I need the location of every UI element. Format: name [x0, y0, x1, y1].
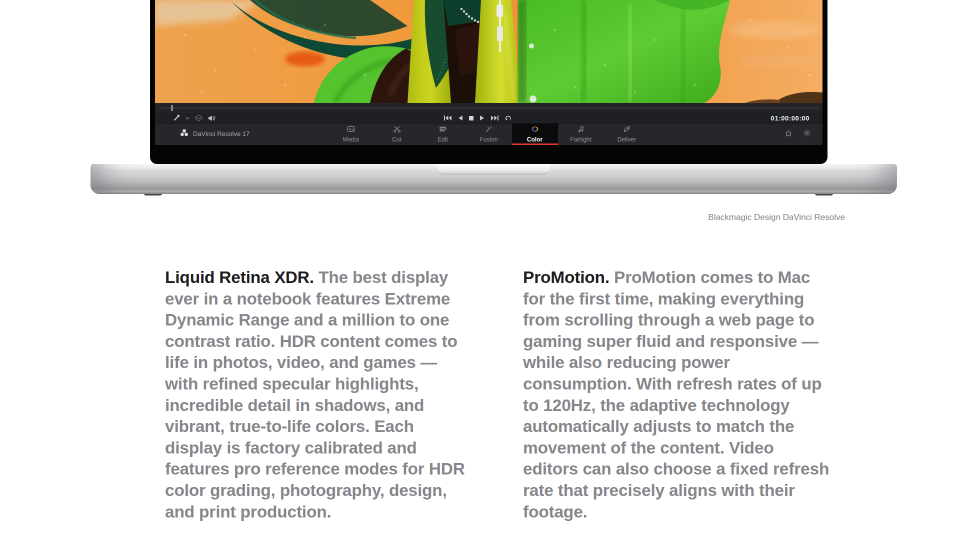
lid-notch: [436, 164, 551, 174]
feature-body: The best display ever in a notebook feat…: [165, 268, 465, 521]
tab-label: Fusion: [480, 136, 498, 143]
feature-column-liquid-retina-xdr: Liquid Retina XDR. The best display ever…: [165, 267, 473, 522]
page-tab-bar: DaVinci Resolve 17 Media Cut: [155, 123, 822, 145]
tab-edit[interactable]: Edit: [420, 124, 466, 145]
feature-heading: ProMotion.: [523, 268, 610, 286]
macbook-pro: 01:00:00:00 DaVinci Resolve 17 Media: [0, 0, 967, 200]
tab-cut[interactable]: Cut: [374, 124, 420, 145]
feature-paragraph: ProMotion. ProMotion comes to Mac for th…: [523, 267, 831, 522]
feature-column-promotion: ProMotion. ProMotion comes to Mac for th…: [523, 267, 831, 522]
video-frame-art: [155, 0, 822, 103]
macbook-screen: 01:00:00:00 DaVinci Resolve 17 Media: [150, 0, 828, 164]
tab-label: Fairlight: [570, 136, 592, 143]
feature-paragraph: Liquid Retina XDR. The best display ever…: [165, 267, 473, 522]
tab-deliver[interactable]: Deliver: [604, 124, 650, 145]
eyedropper-icon[interactable]: [173, 114, 180, 122]
chevron-down-icon[interactable]: [186, 117, 190, 120]
tab-label: Deliver: [618, 136, 636, 143]
feature-heading: Liquid Retina XDR.: [165, 268, 314, 286]
tab-fusion[interactable]: Fusion: [466, 124, 512, 145]
play-reverse-button[interactable]: [458, 115, 462, 121]
feature-body: ProMotion comes to Mac for the first tim…: [523, 268, 829, 521]
page-tabs: Media Cut Edit: [155, 124, 822, 145]
gear-icon[interactable]: [804, 130, 810, 138]
rocket-icon: [623, 126, 631, 134]
viewer-tools: [173, 113, 216, 123]
3d-object-icon[interactable]: [195, 114, 202, 122]
tab-label: Media: [342, 136, 359, 143]
tab-label: Cut: [392, 136, 402, 143]
transport-controls: [444, 113, 512, 123]
audio-monitor-icon[interactable]: [208, 115, 216, 122]
tab-fairlight[interactable]: Fairlight: [558, 124, 604, 145]
timecode-display: 01:00:00:00: [771, 114, 810, 122]
color-wheel-icon: [531, 126, 539, 134]
magic-wand-icon: [485, 126, 493, 134]
scissors-icon: [393, 126, 401, 134]
home-icon[interactable]: [785, 130, 792, 138]
davinci-viewer-video: [155, 0, 822, 103]
tab-media[interactable]: Media: [328, 124, 374, 145]
skip-to-end-button[interactable]: [491, 115, 498, 121]
playhead-marker[interactable]: [172, 105, 172, 111]
loop-playback-button[interactable]: [505, 115, 512, 121]
feature-columns: Liquid Retina XDR. The best display ever…: [165, 267, 831, 522]
image-caption: Blackmagic Design DaVinci Resolve: [708, 212, 845, 222]
system-icons: [785, 130, 810, 138]
tab-label: Color: [527, 136, 542, 143]
viewer-toolbar: 01:00:00:00: [155, 113, 822, 123]
stop-button[interactable]: [469, 115, 474, 121]
play-button[interactable]: [480, 115, 484, 121]
music-note-icon: [577, 126, 585, 134]
media-pool-icon: [347, 126, 355, 134]
skip-to-start-button[interactable]: [444, 115, 452, 121]
tab-color[interactable]: Color: [512, 124, 558, 145]
timeline-icon: [439, 126, 447, 134]
tab-label: Edit: [438, 136, 448, 143]
scrubber-track[interactable]: [159, 108, 818, 108]
macbook-base: [90, 164, 897, 194]
timeline-scrubber[interactable]: [155, 103, 822, 113]
